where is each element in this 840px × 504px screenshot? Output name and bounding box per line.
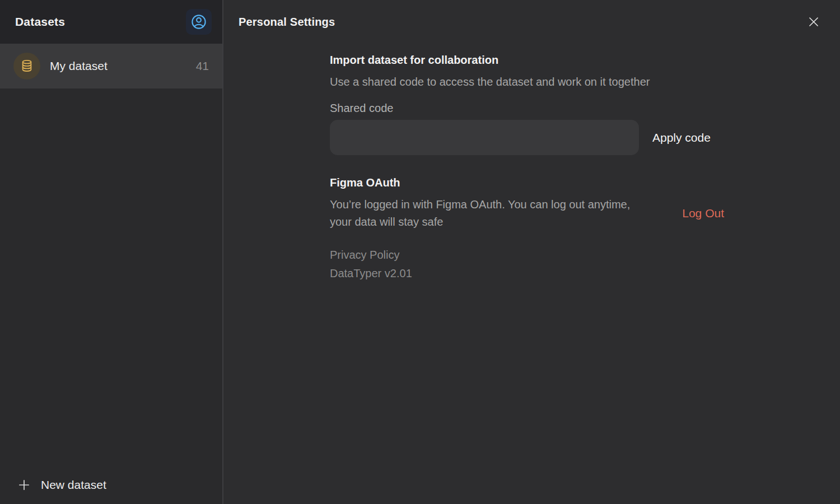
- sidebar-header: Datasets: [0, 0, 222, 44]
- shared-code-input[interactable]: [330, 120, 639, 155]
- import-section-description: Use a shared code to access the dataset …: [330, 73, 697, 91]
- app-version-text: DataTyper v2.01: [330, 267, 725, 280]
- personal-settings-panel: Personal Settings Import dataset for col…: [223, 0, 840, 504]
- settings-content: Import dataset for collaboration Use a s…: [330, 54, 725, 280]
- app-root: Datasets My da: [0, 0, 840, 504]
- panel-title: Personal Settings: [239, 16, 335, 29]
- sidebar-title: Datasets: [15, 15, 65, 29]
- import-section-heading: Import dataset for collaboration: [330, 54, 725, 67]
- dataset-count: 41: [196, 59, 209, 73]
- apply-code-button[interactable]: Apply code: [652, 131, 711, 144]
- plus-icon: [17, 478, 31, 492]
- sidebar: Datasets My da: [0, 0, 223, 504]
- close-icon: [806, 15, 821, 29]
- oauth-section-heading: Figma OAuth: [330, 176, 725, 189]
- new-dataset-button[interactable]: New dataset: [17, 478, 106, 492]
- close-button[interactable]: [804, 12, 823, 31]
- panel-header: Personal Settings: [223, 0, 840, 44]
- oauth-description: You’re logged in with Figma OAuth. You c…: [330, 196, 635, 231]
- privacy-policy-link[interactable]: Privacy Policy: [330, 249, 399, 262]
- logout-button[interactable]: Log Out: [682, 207, 725, 220]
- database-icon: [13, 53, 40, 80]
- user-circle-icon: [190, 13, 207, 30]
- dataset-name: My dataset: [50, 59, 196, 73]
- shared-code-label: Shared code: [330, 102, 725, 115]
- shared-code-row: Apply code: [330, 120, 725, 155]
- user-profile-button[interactable]: [186, 9, 212, 35]
- new-dataset-label: New dataset: [41, 478, 106, 492]
- oauth-row: You’re logged in with Figma OAuth. You c…: [330, 196, 725, 231]
- dataset-list-item[interactable]: My dataset 41: [0, 44, 222, 88]
